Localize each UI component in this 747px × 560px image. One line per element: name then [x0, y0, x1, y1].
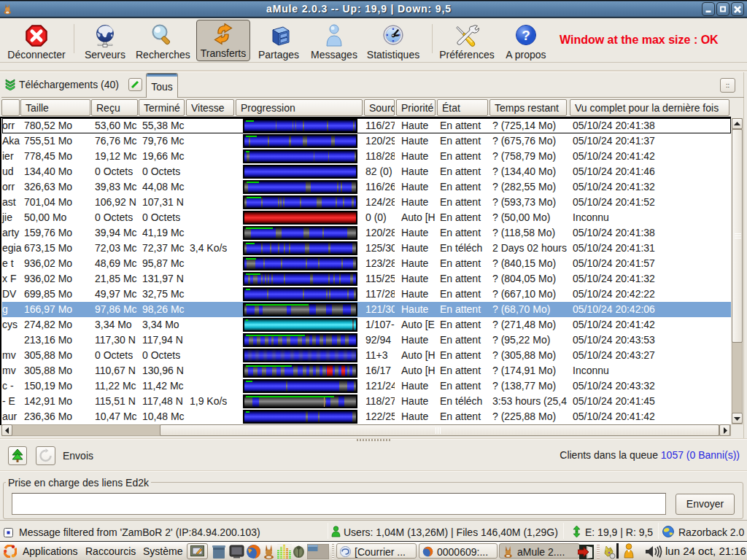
svg-text:?: ? — [522, 28, 530, 43]
